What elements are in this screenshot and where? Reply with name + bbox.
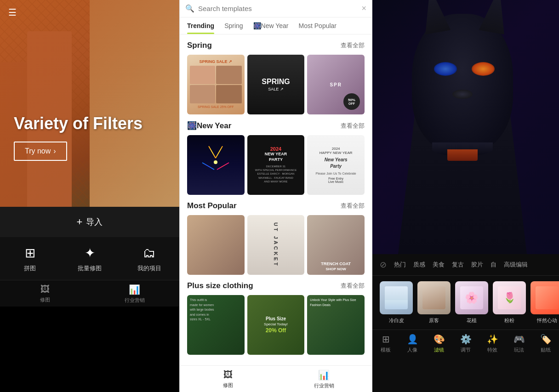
tool-row: ⊞ 拼图 ✦ 批量修图 🗂 我的项目 [0, 237, 179, 280]
nav-template[interactable]: ⊞ 模板 [372, 334, 399, 353]
effect-label: 特效 [487, 347, 497, 353]
spring-section-header: Spring 查看全部 [187, 34, 365, 55]
nav-edit[interactable]: 🖼 修图 [0, 284, 90, 304]
popular-card-1[interactable] [187, 215, 245, 275]
plus-card-1[interactable]: This outfit ismade for womenwith large b… [187, 295, 245, 355]
filter-cold[interactable]: 冷白皮 [380, 281, 413, 324]
filter-label: 滤镜 [434, 347, 444, 353]
popular-card-3[interactable]: TRENCH COAT SHOP NOW [307, 215, 365, 275]
batch-edit-tool[interactable]: ✦ 批量修图 [60, 245, 120, 273]
nav-adjust[interactable]: ⚙️ 调节 [452, 334, 479, 353]
newyear-grid: 2024 NEW YEARPARTY DECEMBER 31WITH SPECI… [187, 135, 365, 195]
collage-icon: ⊞ [25, 245, 35, 261]
hero-title: Variety of Filters [14, 114, 143, 133]
newyear-card-1[interactable] [187, 135, 245, 195]
play-icon: 🎮 [513, 334, 525, 345]
clear-icon[interactable]: × [361, 4, 366, 13]
left-panel: ☰ Variety of Filters Try now › + 导入 ⊞ 拼图… [0, 0, 179, 392]
sticker-label: 贴纸 [541, 347, 551, 353]
industry-icon-mid: 📊 [318, 369, 330, 381]
my-projects-tool[interactable]: 🗂 我的项目 [120, 245, 179, 273]
plus-card-3[interactable]: Unlock Your Style with Plus Size Fashion… [307, 295, 365, 355]
right-panel: ⊘ 热门 质感 美食 复古 胶片 自 高级编辑 [372, 0, 559, 392]
filter-natural-name: 原客 [429, 317, 439, 324]
filter-previews: 冷白皮 原客 🌸 [372, 276, 559, 330]
try-now-button[interactable]: Try now › [14, 142, 67, 161]
edit-icon: 🖼 [40, 284, 50, 295]
filter-natural-thumb [417, 281, 451, 314]
spring-card-3[interactable]: SPR 50%OFF [307, 55, 365, 114]
industry-label: 行业营销 [125, 297, 145, 304]
my-projects-icon: 🗂 [143, 245, 156, 261]
plus-section-header: Plus size clothing 查看全部 [187, 275, 365, 295]
filter-tab-hot[interactable]: 热门 [394, 261, 406, 269]
import-button[interactable]: + 导入 [0, 207, 179, 237]
search-input[interactable] [198, 5, 358, 12]
plus-grid: This outfit ismade for womenwith large b… [187, 295, 365, 355]
search-bar: 🔍 × [180, 0, 372, 17]
spring-view-all[interactable]: 查看全部 [341, 41, 365, 50]
bottom-nav-left: 🖼 修图 📊 行业营销 [0, 280, 179, 307]
spring-card-1[interactable]: SPRING SALE ↗ SPRING SALE 25% OFF [187, 55, 245, 114]
menu-icon[interactable]: ☰ [8, 7, 17, 18]
newyear-view-all[interactable]: 查看全部 [341, 122, 365, 130]
nav-play[interactable]: 🎮 玩法 [506, 334, 532, 353]
filter-tab-none[interactable]: ⊘ [380, 260, 387, 270]
filter-flower-name: 花植 [467, 317, 477, 324]
tab-most-popular[interactable]: Most Popular [299, 22, 337, 34]
bottom-nav-middle: 🖼 修图 📊 行业营销 [180, 365, 372, 392]
batch-edit-icon: ✦ [85, 245, 95, 261]
middle-panel: 🔍 × Trending Spring 🎆New Year Most Popul… [179, 0, 372, 392]
popular-section-header: Most Popular 查看全部 [187, 195, 365, 215]
filter-natural[interactable]: 原客 [417, 281, 451, 324]
industry-label-mid: 行业营销 [314, 382, 334, 389]
nav-portrait[interactable]: 👤 人像 [399, 334, 426, 353]
tab-trending[interactable]: Trending [187, 22, 214, 34]
nav-edit-mid[interactable]: 🖼 修图 [180, 369, 276, 389]
popular-card-2[interactable]: UT JACKET [247, 215, 305, 275]
nav-sticker[interactable]: 🏷️ 贴纸 [532, 334, 559, 353]
tab-new-year[interactable]: 🎆New Year [253, 22, 289, 34]
filter-tab-vintage[interactable]: 复古 [452, 261, 464, 269]
batch-edit-label: 批量修图 [78, 264, 102, 273]
edit-icon-mid: 🖼 [223, 369, 233, 380]
spring-grid: SPRING SALE ↗ SPRING SALE 25% OFF SPRING… [187, 55, 365, 114]
filter-tab-advanced[interactable]: 高级编辑 [504, 261, 528, 269]
plus-card-2[interactable]: Plus Size Special Today! 20% Off [247, 295, 305, 355]
nav-effect[interactable]: ✨ 特效 [479, 334, 506, 353]
tab-spring[interactable]: Spring [224, 22, 243, 34]
filter-tab-auto[interactable]: 自 [491, 261, 496, 269]
filter-icon: 🎨 [434, 334, 445, 345]
filter-tab-texture[interactable]: 质感 [413, 261, 425, 269]
hero-text: Variety of Filters Try now › [14, 114, 143, 161]
nav-filter[interactable]: 🎨 滤镜 [426, 334, 452, 353]
filter-flower[interactable]: 🌸 花植 [455, 281, 488, 324]
filter-motion-thumb [530, 281, 559, 314]
template-icon: ⊞ [382, 334, 390, 345]
filter-powder[interactable]: 🌷 粉粉 [493, 281, 526, 324]
plus-view-all[interactable]: 查看全部 [341, 282, 365, 290]
my-projects-label: 我的项目 [137, 264, 161, 273]
filter-motion[interactable]: 怦然心动 [530, 281, 559, 324]
search-icon: 🔍 [185, 4, 194, 13]
industry-icon: 📊 [129, 284, 140, 295]
filter-tab-film[interactable]: 胶片 [471, 261, 483, 269]
nav-industry-mid[interactable]: 📊 行业营销 [276, 369, 372, 389]
edit-label: 修图 [40, 296, 50, 303]
collage-tool[interactable]: ⊞ 拼图 [0, 245, 60, 273]
filter-cold-thumb [380, 281, 413, 314]
portrait-icon: 👤 [407, 334, 418, 345]
edit-label-mid: 修图 [223, 382, 233, 389]
filter-tab-food[interactable]: 美食 [433, 261, 445, 269]
templates-scroll[interactable]: Spring 查看全部 SPRING SALE ↗ SPRING SALE 25… [180, 34, 372, 365]
tabs-row: Trending Spring 🎆New Year Most Popular [180, 17, 372, 34]
newyear-card-3[interactable]: 2024HAPPY NEW YEAR New YearsParty Please… [307, 135, 365, 195]
newyear-card-2[interactable]: 2024 NEW YEARPARTY DECEMBER 31WITH SPECI… [247, 135, 305, 195]
spring-card-2[interactable]: SPRING SALE ↗ [247, 55, 305, 114]
newyear-section-header: 🎆New Year 查看全部 [187, 114, 365, 135]
bottom-nav-right: ⊞ 模板 👤 人像 🎨 滤镜 ⚙️ 调节 ✨ 特效 [372, 330, 559, 356]
template-label: 模板 [381, 347, 391, 353]
popular-view-all[interactable]: 查看全部 [341, 202, 365, 210]
right-bottom: ⊘ 热门 质感 美食 复古 胶片 自 高级编辑 [372, 254, 559, 392]
nav-industry[interactable]: 📊 行业营销 [90, 284, 179, 304]
